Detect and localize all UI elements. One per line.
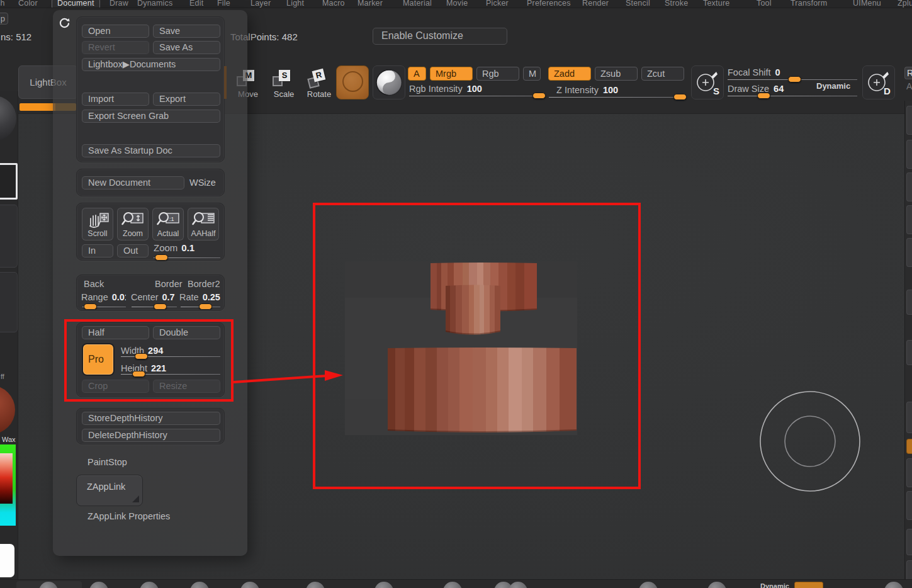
rate-slider-handle[interactable] [199, 303, 212, 310]
tray-brush-thumbnail[interactable] [374, 582, 393, 588]
right-shelf-item[interactable] [906, 340, 912, 365]
rate-slider[interactable]: Rate0.25 [179, 292, 220, 310]
save-as-button[interactable]: Save As [153, 41, 220, 54]
menu-item-edit[interactable]: Edit [189, 0, 203, 8]
right-shelf-item[interactable] [906, 290, 912, 315]
right-shelf-item[interactable] [906, 402, 912, 433]
range-slider-handle[interactable] [84, 303, 97, 310]
paint-mode-m-button[interactable]: M [523, 67, 541, 81]
crop-button[interactable]: Crop [82, 380, 149, 393]
draw-size-handle[interactable] [757, 93, 770, 99]
tray-brush-thumbnail[interactable] [306, 582, 325, 588]
nav-inner-ring[interactable] [785, 416, 835, 466]
new-document-button[interactable]: New Document [82, 176, 184, 189]
stroke-swatch[interactable] [0, 272, 18, 332]
zapplink-button[interactable]: ZAppLink [76, 475, 143, 506]
tray-brush-thumbnail[interactable] [639, 582, 658, 588]
menu-item-render[interactable]: Render [582, 0, 609, 8]
menu-item-dynamics[interactable]: Dynamics [137, 0, 172, 8]
wsize-button[interactable]: WSize [189, 178, 216, 188]
sculpt-mode-zsub-button[interactable]: Zsub [595, 67, 638, 81]
menu-item-marker[interactable]: Marker [357, 0, 383, 8]
border-button[interactable]: Border [155, 279, 183, 289]
width-slider[interactable]: Width294 [121, 346, 220, 361]
focal-shift-slider[interactable]: Focal Shift0 [728, 67, 857, 82]
scale-tool-button[interactable]: SScale [270, 70, 298, 99]
tray-orange-button[interactable] [794, 582, 823, 588]
right-shelf-item[interactable] [906, 205, 912, 234]
height-slider[interactable]: Height221 [121, 363, 220, 378]
tray-brush-thumbnail[interactable] [89, 582, 108, 588]
zbrush-document[interactable] [345, 261, 577, 435]
menu-item-layer[interactable]: Layer [251, 0, 271, 8]
menu-item-light[interactable]: Light [286, 0, 304, 8]
tray-brush-thumbnail[interactable] [509, 582, 527, 588]
zoom-factor-handle[interactable] [155, 254, 168, 261]
menu-item-document[interactable]: Document [52, 0, 100, 8]
brush-preview-sphere[interactable] [0, 96, 16, 141]
cut-left-button[interactable]: p [0, 13, 8, 25]
secondary-color-swatch[interactable] [0, 544, 14, 577]
right-shelf-item[interactable] [906, 140, 912, 169]
tray-brush-thumbnail[interactable] [240, 582, 259, 588]
tray-brush-thumbnail[interactable] [140, 582, 159, 588]
menu-item-file[interactable]: File [217, 0, 230, 8]
scroll-button[interactable]: Scroll [82, 208, 113, 240]
zoom-factor-slider[interactable]: Zoom0.1 [154, 242, 220, 261]
enable-customize-button[interactable]: Enable Customize [373, 28, 507, 45]
save-button[interactable]: Save [153, 25, 220, 38]
sculptris-pro-button[interactable]: S [691, 65, 724, 99]
camera-navigation-rings[interactable] [747, 378, 873, 504]
sculpt-mode-zcut-button[interactable]: Zcut [641, 67, 684, 81]
menu-item-preferences[interactable]: Preferences [527, 0, 571, 8]
menu-item-uimenu[interactable]: UIMenu [853, 0, 881, 8]
color-picker-gradient[interactable] [0, 444, 16, 526]
zoom-out-button[interactable]: Out [117, 244, 149, 257]
paint-mode-mrgb-button[interactable]: Mrgb [430, 67, 473, 81]
revert-button[interactable]: Revert [82, 41, 149, 54]
texture-swatch[interactable] [0, 163, 18, 200]
paint-mode-a-button[interactable]: A [408, 67, 426, 81]
menu-item-material[interactable]: Material [403, 0, 432, 8]
lightbox-documents-button[interactable]: Lightbox▶Documents [82, 58, 220, 71]
half-button[interactable]: Half [82, 326, 149, 339]
tray-brush-thumbnail[interactable] [443, 582, 462, 588]
menu-item-transform[interactable]: Transform [791, 0, 827, 8]
material-sphere[interactable] [0, 385, 15, 434]
sculpt-mode-zadd-button[interactable]: Zadd [548, 67, 591, 81]
rgb-intensity-slider[interactable]: Rgb Intensity100 [409, 84, 545, 99]
z-intensity-slider[interactable]: Z Intensity100 [549, 85, 686, 100]
resize-button[interactable]: Resize [153, 380, 220, 393]
dynamic-mode-label[interactable]: Dynamic [816, 81, 850, 91]
range-slider[interactable]: Range0.01 [81, 292, 126, 310]
actual-button[interactable]: :1 Actual [152, 208, 184, 240]
paint-mode-rgb-button[interactable]: Rgb [476, 67, 519, 81]
menu-item-movie[interactable]: Movie [446, 0, 468, 8]
menu-item-color[interactable]: Color [18, 0, 38, 8]
aahalf-button[interactable]: AAHalf [188, 208, 219, 240]
double-button[interactable]: Double [153, 326, 220, 339]
right-shelf-item[interactable] [906, 106, 912, 135]
alpha-swatch[interactable] [0, 205, 18, 268]
menu-item-tool[interactable]: Tool [757, 0, 772, 8]
right-shelf-item[interactable] [906, 238, 912, 267]
save-as-startup-doc-button[interactable]: Save As Startup Doc [82, 144, 220, 157]
menu-item-picker[interactable]: Picker [486, 0, 509, 8]
paintstop-button[interactable]: PaintStop [87, 457, 127, 467]
open-button[interactable]: Open [82, 25, 149, 38]
current-brush-thumbnail[interactable] [336, 65, 369, 99]
right-shelf-item[interactable] [906, 491, 912, 520]
store-depth-history-button[interactable]: StoreDepthHistory [82, 412, 220, 425]
nav-outer-ring[interactable] [760, 392, 860, 491]
right-shelf-active-item[interactable] [906, 439, 912, 454]
delete-depth-history-button[interactable]: DeleteDepthHistory [82, 429, 220, 442]
rotate-tool-button[interactable]: RRotate [305, 70, 333, 99]
center-slider-handle[interactable] [154, 303, 167, 310]
menu-restore-icon[interactable] [59, 17, 70, 29]
menu-item-brush[interactable]: Brush [0, 0, 5, 8]
tray-brush-thumbnail[interactable] [707, 582, 726, 588]
menu-item-draw[interactable]: Draw [110, 0, 128, 8]
tray-brush-thumbnail[interactable] [884, 582, 903, 588]
dynamic-brush-button[interactable]: D [862, 65, 895, 99]
current-stroke-button[interactable] [373, 65, 405, 99]
